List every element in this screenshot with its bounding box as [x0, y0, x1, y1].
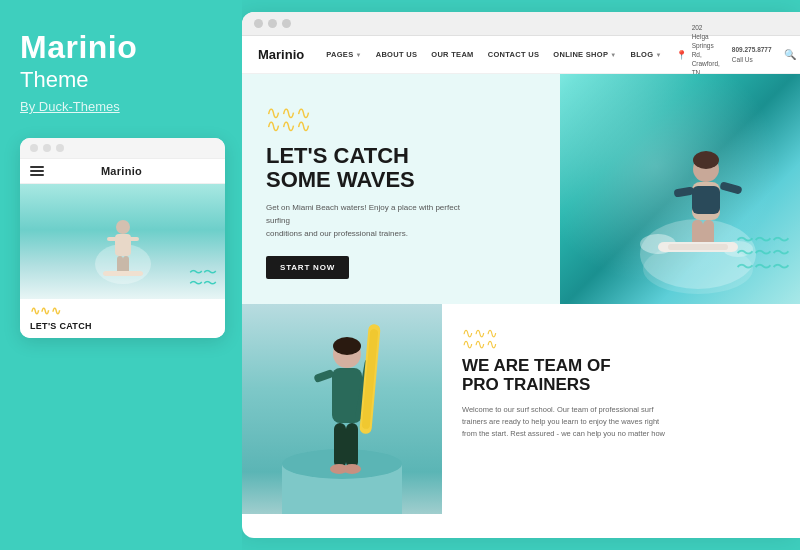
hero-section: ∿∿∿∿∿∿ LET'S CATCH SOME WAVES Get on Mia…: [242, 74, 800, 304]
mini-logo: Marinio: [101, 165, 142, 177]
caret-blog-icon: ▼: [655, 52, 661, 58]
svg-rect-2: [115, 234, 131, 256]
browser-dot-3: [282, 19, 291, 28]
nav-item-team[interactable]: OUR TEAM: [431, 50, 473, 59]
mini-hero-image: 〜〜〜〜: [20, 184, 225, 299]
dot-green: [56, 144, 64, 152]
mini-surfer-svg: [93, 209, 153, 299]
nav-item-pages[interactable]: PAGES ▼: [326, 50, 361, 59]
section2-surfer-svg: [242, 304, 442, 514]
phone-block: 809.275.8777 Call Us: [732, 45, 772, 63]
search-icon[interactable]: 🔍: [784, 49, 796, 60]
svg-rect-3: [107, 237, 117, 241]
svg-rect-32: [346, 423, 358, 468]
dot-red: [30, 144, 38, 152]
browser-dot-1: [254, 19, 263, 28]
section2-title: WE ARE TEAM OF PRO TRAINERS: [462, 357, 780, 394]
caret-shop-icon: ▼: [610, 52, 616, 58]
site-nav: Marinio PAGES ▼ ABOUT US OUR TEAM CONTAC…: [242, 36, 800, 74]
wave-background: 〜〜〜〜〜〜〜〜〜: [560, 74, 800, 304]
svg-point-13: [693, 151, 719, 169]
svg-rect-31: [334, 423, 346, 468]
nav-icons: 🔍 🛒: [784, 49, 800, 60]
nav-item-shop[interactable]: ONLINE SHOP ▼: [553, 50, 616, 59]
site-logo: Marinio: [258, 47, 304, 62]
svg-rect-4: [129, 237, 139, 241]
mini-body: Marinio: [20, 159, 225, 337]
svg-rect-16: [673, 186, 694, 197]
svg-point-25: [333, 337, 361, 355]
left-panel: Marinio Theme By Duck-Themes Marinio: [0, 0, 242, 550]
mini-footer-text: LET'S CATCH: [30, 321, 215, 333]
browser-dot-2: [268, 19, 277, 28]
app-subtitle: Theme: [20, 67, 88, 93]
svg-rect-27: [313, 369, 335, 383]
nav-item-about[interactable]: ABOUT US: [376, 50, 418, 59]
svg-point-34: [343, 464, 361, 474]
hero-surfer-svg: [608, 124, 788, 304]
hero-content: ∿∿∿∿∿∿ LET'S CATCH SOME WAVES Get on Mia…: [242, 74, 560, 304]
mini-yellow-wave: ∿∿∿: [30, 306, 215, 317]
hero-description: Get on Miami Beach waters! Enjoy a place…: [266, 202, 466, 240]
caret-icon: ▼: [355, 52, 361, 58]
mini-wave-decor: 〜〜〜〜: [189, 267, 217, 289]
yellow-wave-decor: ∿∿∿∿∿∿: [266, 107, 536, 134]
hero-zigzag-decor: 〜〜〜〜〜〜〜〜〜: [736, 234, 790, 275]
hero-cta-button[interactable]: START NOW: [266, 256, 349, 279]
section2-content: ∿∿∿∿∿∿ WE ARE TEAM OF PRO TRAINERS Welco…: [442, 304, 800, 514]
hero-title: LET'S CATCH SOME WAVES: [266, 144, 536, 192]
section2-image: [242, 304, 442, 514]
app-byline: By Duck-Themes: [20, 99, 120, 114]
mini-nav: Marinio: [20, 159, 225, 184]
svg-rect-17: [719, 181, 742, 194]
dot-yellow: [43, 144, 51, 152]
right-panel: Marinio PAGES ▼ ABOUT US OUR TEAM CONTAC…: [242, 12, 800, 538]
nav-item-blog[interactable]: BLOG ▼: [631, 50, 662, 59]
mini-footer: ∿∿∿ LET'S CATCH: [20, 299, 225, 337]
mini-mockup: Marinio: [20, 138, 225, 337]
nav-item-contact[interactable]: CONTACT US: [488, 50, 540, 59]
svg-rect-21: [668, 244, 728, 250]
svg-rect-7: [103, 271, 143, 276]
location-icon: 📍: [676, 50, 687, 60]
hamburger-icon: [30, 166, 44, 176]
hero-image: 〜〜〜〜〜〜〜〜〜: [560, 74, 800, 304]
svg-point-1: [116, 220, 130, 234]
app-title: Marinio: [20, 30, 137, 65]
yellow-zigzag-decor: ∿∿∿∿∿∿: [462, 328, 780, 349]
section2: ∿∿∿∿∿∿ WE ARE TEAM OF PRO TRAINERS Welco…: [242, 304, 800, 514]
mini-titlebar: [20, 138, 225, 159]
svg-rect-15: [692, 186, 720, 214]
section2-description: Welcome to our surf school. Our team of …: [462, 404, 712, 440]
